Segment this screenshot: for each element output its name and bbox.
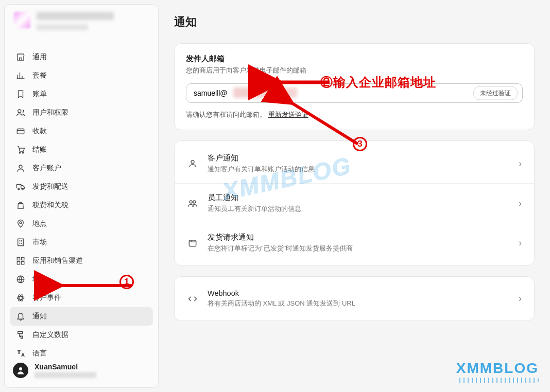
sidebar-item-languages[interactable]: 语言 [10, 344, 153, 357]
avatar [13, 363, 28, 378]
sidebar-footer[interactable]: XuanSamuel [5, 357, 158, 387]
sidebar-item-markets[interactable]: 市场 [10, 233, 153, 252]
sidebar-item-label: 结账 [32, 145, 47, 154]
globe-icon [16, 275, 25, 284]
truck-icon [16, 182, 25, 191]
sidebar-item-label: 客户事件 [32, 293, 61, 302]
sidebar-item-plans[interactable]: 套餐 [10, 66, 153, 85]
sidebar-nav: 通用 套餐 账单 用户和权限 收款 结账 [5, 41, 158, 357]
user-sub-redacted [35, 372, 96, 378]
sidebar-item-general[interactable]: 通用 [10, 48, 153, 66]
sidebar-item-locations[interactable]: 地点 [10, 215, 153, 233]
sidebar-item-label: 发货和配送 [32, 182, 68, 191]
sidebar-item-label: 收款 [32, 127, 47, 136]
chevron-right-icon: › [519, 158, 522, 169]
cart-icon [16, 145, 25, 154]
webhook-card: Webhook 将有关商店活动的 XML 或 JSON 通知发送到 URL › [174, 276, 535, 321]
svg-point-2 [19, 152, 20, 153]
bookmark-icon [16, 90, 25, 99]
svg-point-4 [19, 165, 22, 168]
svg-point-6 [22, 188, 23, 190]
store-logo [14, 12, 30, 28]
chevron-right-icon: › [519, 198, 522, 209]
wallet-icon [16, 127, 25, 136]
list-desc: 在您将订单标记为"已发货"时通知发货服务提供商 [208, 244, 509, 253]
svg-point-0 [18, 110, 21, 113]
chevron-right-icon: › [519, 293, 522, 304]
svg-rect-8 [18, 239, 24, 246]
page-title: 通知 [174, 14, 535, 30]
sidebar-item-label: 自定义数据 [32, 330, 68, 340]
sidebar-item-shipping[interactable]: 发货和配送 [10, 177, 153, 196]
user-name: XuanSamuel [35, 363, 96, 371]
person-icon [16, 164, 25, 173]
sidebar-item-label: 客户账户 [32, 164, 61, 173]
sidebar-item-label: 用户和权限 [32, 108, 68, 117]
translate-icon [16, 349, 25, 357]
sidebar-item-apps[interactable]: 应用和销售渠道 [10, 252, 153, 270]
sidebar-item-checkout[interactable]: 结账 [10, 140, 153, 159]
svg-rect-11 [17, 262, 20, 264]
sidebar-item-label: 套餐 [32, 71, 47, 80]
list-row-fulfillment-notifications[interactable]: 发货请求通知 在您将订单标记为"已发货"时通知发货服务提供商 › [175, 223, 534, 262]
chevron-right-icon: › [519, 238, 522, 248]
sidebar-item-label: 通用 [32, 52, 47, 62]
sidebar-item-label: 地点 [32, 219, 47, 228]
svg-point-3 [22, 152, 23, 153]
card-subtext: 您的商店用于向客户发送电子邮件的邮箱 [186, 66, 523, 75]
sidebar-item-label: 税费和关税 [32, 201, 68, 210]
sidebar-item-custom-data[interactable]: 自定义数据 [10, 326, 153, 344]
list-row-staff-notifications[interactable]: 员工通知 通知员工有关新订单活动的信息 › [175, 183, 534, 223]
svg-rect-10 [22, 257, 24, 260]
svg-point-18 [19, 367, 22, 370]
list-row-webhook[interactable]: Webhook 将有关商店活动的 XML 或 JSON 通知发送到 URL › [175, 280, 534, 317]
svg-rect-22 [189, 240, 196, 246]
store-sub-redacted [37, 24, 88, 30]
users-icon [16, 108, 25, 117]
svg-rect-9 [17, 257, 20, 260]
sidebar-item-users[interactable]: 用户和权限 [10, 103, 153, 122]
helper-prefix: 请确认您有权访问此邮箱。 [186, 111, 266, 118]
store-icon [16, 52, 25, 62]
sidebar-item-taxes[interactable]: 税费和关税 [10, 196, 153, 215]
email-input-wrap: 未经过验证 [186, 83, 523, 103]
pin-icon [16, 219, 25, 228]
svg-point-7 [20, 222, 22, 224]
paint-icon [16, 330, 25, 340]
store-name-redacted [37, 12, 114, 20]
sidebar-item-label: 通知 [32, 312, 47, 321]
resend-verification-link[interactable]: 重新发送验证 [268, 111, 308, 118]
sidebar-item-label: 应用和销售渠道 [32, 256, 83, 265]
atom-icon [16, 293, 25, 302]
list-title: 发货请求通知 [208, 233, 509, 242]
sidebar-item-billing[interactable]: 账单 [10, 85, 153, 103]
grid-icon [16, 256, 25, 265]
list-row-customer-notifications[interactable]: 客户通知 通知客户有关订单和账户活动的信息 › [175, 144, 534, 183]
svg-point-19 [191, 161, 194, 164]
list-desc: 将有关商店活动的 XML 或 JSON 通知发送到 URL [208, 299, 509, 308]
sidebar: 通用 套餐 账单 用户和权限 收款 结账 [4, 4, 159, 388]
bag-icon [16, 201, 25, 210]
svg-point-5 [18, 188, 20, 190]
svg-rect-1 [17, 129, 24, 134]
unverified-badge: 未经过验证 [473, 86, 518, 100]
email-redacted [233, 87, 297, 98]
sidebar-item-domains[interactable]: 域名 [10, 270, 153, 289]
list-title: 客户通知 [208, 153, 509, 163]
sidebar-item-customer-events[interactable]: 客户事件 [10, 289, 153, 307]
list-title: Webhook [208, 289, 509, 297]
sidebar-item-customer-accounts[interactable]: 客户账户 [10, 159, 153, 177]
people-icon [187, 198, 198, 209]
svg-rect-12 [22, 262, 24, 264]
card-heading: 发件人邮箱 [186, 54, 523, 64]
main-content: 通知 发件人邮箱 您的商店用于向客户发送电子邮件的邮箱 未经过验证 请确认您有权… [159, 0, 550, 392]
sidebar-item-label: 域名 [32, 275, 47, 284]
list-title: 员工通知 [208, 193, 509, 203]
building-icon [16, 238, 25, 247]
helper-text: 请确认您有权访问此邮箱。 重新发送验证 [186, 110, 523, 119]
sidebar-item-label: 语言 [32, 349, 47, 357]
sidebar-item-payments[interactable]: 收款 [10, 122, 153, 140]
person-icon [187, 158, 198, 169]
sidebar-item-notifications[interactable]: 通知 [10, 307, 153, 326]
chart-icon [16, 71, 25, 80]
